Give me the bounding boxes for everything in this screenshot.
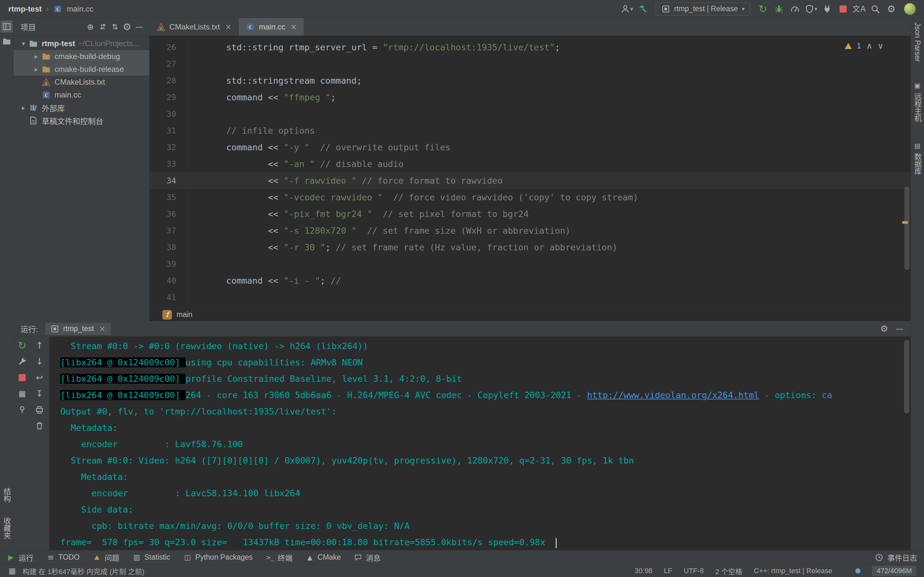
settings-icon[interactable]: ⚙	[121, 21, 133, 33]
indent-setting[interactable]: 2 个空格	[715, 566, 742, 576]
editor-tab-CMakeLists.txt[interactable]: CMakeLists.txt×	[150, 18, 239, 35]
tool-button-消息[interactable]: 消息	[354, 552, 381, 563]
code-line-41[interactable]: 41	[150, 289, 911, 306]
softwrap-icon[interactable]: ↩	[32, 371, 47, 385]
close-icon[interactable]: ×	[290, 23, 297, 31]
profiler-icon[interactable]	[788, 2, 802, 16]
editor-tab-main.cc[interactable]: Cmain.cc×	[239, 18, 304, 35]
chevron-right-icon[interactable]: ▸	[31, 65, 42, 73]
tool-button-CMake[interactable]: ▲CMake	[306, 553, 341, 562]
tool-button-问题[interactable]: 问题	[93, 552, 120, 563]
tree-item-main.cc[interactable]: Cmain.cc	[13, 89, 149, 101]
svg-text:C: C	[45, 92, 48, 98]
editor-scrollbar[interactable]	[905, 187, 909, 270]
code-line-35[interactable]: 35 << "-vcodec rawvideo " // force video…	[150, 189, 911, 206]
pin-icon[interactable]	[15, 403, 29, 417]
code-editor[interactable]: 26 std::string rtmp_server_url = "rtmp:/…	[150, 36, 911, 308]
code-line-38[interactable]: 38 << "-r 30 "; // set frame rate (Hz va…	[150, 239, 911, 256]
tool-button-project[interactable]	[1, 21, 13, 33]
rerun-icon[interactable]: ↻	[756, 2, 770, 16]
code-line-26[interactable]: 26 std::string rtmp_server_url = "rtmp:/…	[150, 39, 911, 56]
hide-icon[interactable]: —	[133, 21, 145, 33]
code-line-40[interactable]: 40 command << "-i - "; //	[150, 272, 911, 289]
run-config-selector[interactable]: rtmp_test | Release ▾	[656, 3, 750, 15]
close-icon[interactable]: ×	[99, 324, 105, 334]
console-scrollbar[interactable]	[904, 340, 909, 414]
stop-icon[interactable]	[836, 2, 850, 16]
close-icon[interactable]: ×	[225, 23, 231, 31]
tool-button-event-log[interactable]: 事件日志	[875, 552, 917, 563]
user-icon[interactable]: ▾	[620, 2, 634, 16]
arrow-down-icon[interactable]: ↓	[32, 355, 47, 369]
caret-position[interactable]: 30:98	[635, 567, 652, 575]
line-separator[interactable]: LF	[664, 567, 672, 575]
prev-issue-icon[interactable]: ∧	[866, 41, 872, 51]
collapse-all-icon[interactable]: ⇅	[109, 21, 121, 33]
tool-button-favorites[interactable]: 收藏夹	[1, 517, 12, 539]
code-line-34[interactable]: 34 << "-f rawvideo " // force format to …	[150, 172, 911, 189]
tree-item-cmake-build-release[interactable]: ▸cmake-build-release	[13, 63, 149, 76]
coverage-icon[interactable]: ▾	[804, 2, 818, 16]
tool-button-终端[interactable]: >_终端	[266, 552, 292, 563]
chevron-right-icon[interactable]: ▸	[31, 53, 42, 60]
build-hammer-icon[interactable]	[636, 2, 650, 16]
code-line-30[interactable]: 30	[150, 106, 911, 122]
tool-button-structure[interactable]: 结构	[1, 488, 12, 502]
next-issue-icon[interactable]: ∨	[877, 41, 884, 51]
tree-item-CMakeLists.txt[interactable]: CMakeLists.txt	[13, 76, 149, 89]
tree-item-cmake-build-debug[interactable]: ▸cmake-build-debug	[13, 50, 149, 63]
tool-button-Python Packages[interactable]: ◫Python Packages	[184, 553, 253, 562]
expand-all-icon[interactable]: ⇵	[97, 21, 109, 33]
code-line-28[interactable]: 28 std::stringstream command;	[150, 73, 911, 89]
tool-button-files[interactable]	[1, 35, 13, 47]
file-encoding[interactable]: UTF-8	[684, 567, 704, 575]
code-line-39[interactable]: 39	[150, 256, 911, 272]
scrollend-icon[interactable]: ↧	[32, 387, 47, 401]
code-line-29[interactable]: 29 command << "ffmpeg ";	[150, 89, 911, 106]
hide-panel-icon[interactable]: —	[896, 325, 903, 333]
tree-item-外部库[interactable]: ▸外部库	[13, 101, 149, 114]
tool-button-json-parser[interactable]: Json Parser	[913, 23, 922, 62]
warning-icon	[845, 43, 852, 49]
toolwindow-switcher-icon[interactable]: ▦	[8, 566, 17, 575]
code-line-27[interactable]: 27	[150, 56, 911, 73]
arrow-up-icon[interactable]: ↑	[32, 338, 47, 353]
translate-icon[interactable]: 文A	[852, 2, 866, 16]
memory-indicator[interactable]: 472/4096M	[872, 566, 916, 576]
chevron-down-icon[interactable]: ▾	[18, 40, 29, 47]
tree-item-草稿文件和控制台[interactable]: 草稿文件和控制台	[13, 114, 149, 127]
code-line-31[interactable]: 31 // infile options	[150, 122, 911, 139]
tree-item-rtmp-test[interactable]: ▾rtmp-test~/CLionProjects...	[13, 37, 149, 50]
run-panel-actions: ⚙ —	[880, 324, 903, 334]
notifications[interactable]	[855, 568, 861, 574]
settings-icon[interactable]: ⚙	[884, 2, 898, 16]
run-tab-rtmp-test[interactable]: rtmp_test ×	[45, 323, 111, 335]
attach-icon[interactable]	[820, 2, 834, 16]
tool-button-database[interactable]: ▤数据库	[912, 141, 923, 175]
tool-button-remote-host[interactable]: ▣远程主机	[912, 81, 923, 122]
run-console[interactable]: Stream #0:0 -> #0:0 (rawvideo (native) -…	[49, 337, 911, 550]
code-line-36[interactable]: 36 << "-pix_fmt bgr24 " // set pixel for…	[150, 206, 911, 222]
search-icon[interactable]	[868, 2, 882, 16]
code-line-33[interactable]: 33 << "-an " // disable audio	[150, 156, 911, 172]
toolchain[interactable]: C++: rtmp_test | Release	[754, 567, 832, 575]
rerun-icon[interactable]: ↻	[15, 338, 29, 353]
stop-icon[interactable]	[15, 371, 29, 385]
locate-icon[interactable]: ⊕	[84, 21, 97, 33]
tool-button-运行[interactable]: ▶运行	[7, 552, 33, 563]
console-link[interactable]: http://www.videolan.org/x264.html	[587, 390, 759, 400]
breadcrumb-function[interactable]: main	[176, 310, 192, 319]
trash-icon[interactable]	[32, 419, 47, 433]
code-line-32[interactable]: 32 command << "-y " // overwrite output …	[150, 139, 911, 156]
wrench-icon[interactable]	[15, 355, 29, 369]
run-toolbar-col1: ↻▦	[13, 338, 31, 550]
run-settings-icon[interactable]: ⚙	[880, 324, 888, 334]
debug-icon[interactable]	[772, 2, 786, 16]
tool-button-Statistic[interactable]: ▥Statistic	[133, 553, 170, 562]
code-line-37[interactable]: 37 << "-s 1280x720 " // set frame size (…	[150, 222, 911, 239]
tool-button-TODO[interactable]: ≡TODO	[47, 553, 79, 562]
chevron-right-icon[interactable]: ▸	[18, 104, 29, 111]
user-avatar[interactable]	[904, 3, 916, 15]
grid-icon[interactable]: ▦	[15, 387, 29, 401]
print-icon[interactable]	[32, 403, 47, 417]
